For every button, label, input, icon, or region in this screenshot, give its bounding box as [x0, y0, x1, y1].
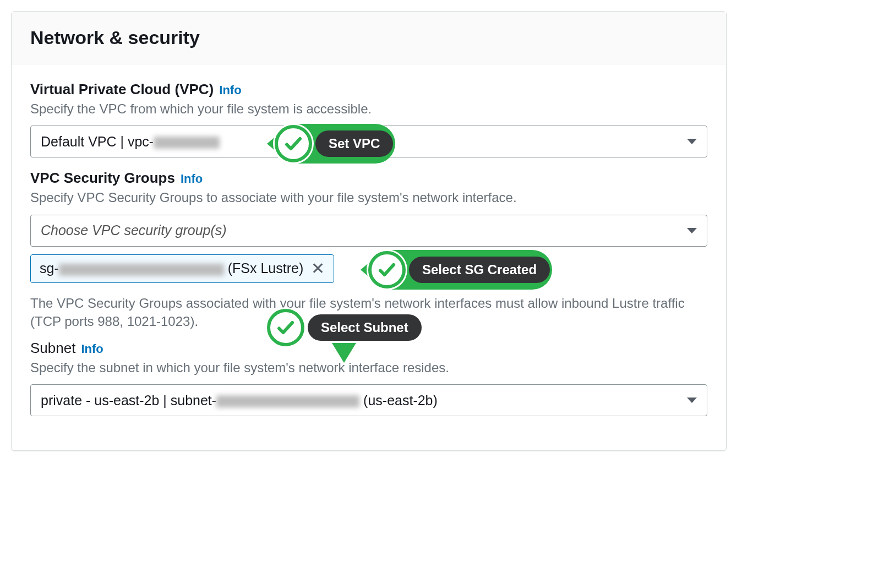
panel-body: Virtual Private Cloud (VPC) Info Specify… [12, 64, 726, 450]
network-security-panel: Network & security Virtual Private Cloud… [11, 11, 727, 451]
annotation-select-sg: Select SG Created [361, 250, 552, 290]
vpc-desc: Specify the VPC from which your file sys… [30, 100, 707, 118]
check-icon [368, 251, 406, 288]
sg-id-redacted: xxxxxxxxxxxxxxxx [59, 264, 224, 276]
subnet-select-value: private - us-east-2b | subnet-xxxxxxxxxx… [41, 393, 438, 409]
panel-header: Network & security [12, 12, 726, 64]
vpc-field: Virtual Private Cloud (VPC) Info Specify… [30, 81, 707, 157]
vpc-info-link[interactable]: Info [219, 83, 241, 97]
chevron-down-icon [687, 139, 697, 144]
subnet-field: Select Subnet Subnet Info Specify the su… [30, 340, 707, 416]
vpc-id-redacted: xxxx [154, 137, 220, 149]
vpc-select[interactable]: Default VPC | vpc-xxxx [30, 126, 707, 157]
subnet-desc: Specify the subnet in which your file sy… [30, 359, 707, 377]
sg-field: VPC Security Groups Info Specify VPC Sec… [30, 170, 707, 331]
sg-desc: Specify VPC Security Groups to associate… [30, 189, 707, 206]
sg-info-link[interactable]: Info [181, 172, 203, 186]
subnet-info-link[interactable]: Info [81, 342, 103, 356]
panel-title: Network & security [30, 27, 707, 48]
close-icon[interactable]: ✕ [311, 260, 325, 277]
sg-label: VPC Security Groups [30, 170, 175, 187]
vpc-label: Virtual Private Cloud (VPC) [30, 81, 214, 98]
chevron-down-icon [687, 228, 697, 233]
sg-help-text: The VPC Security Groups associated with … [30, 294, 707, 331]
sg-select-placeholder: Choose VPC security group(s) [41, 222, 227, 238]
chevron-down-icon [687, 398, 697, 403]
sg-token-text: sg-xxxxxxxxxxxxxxxx (FSx Lustre) [40, 260, 303, 276]
sg-select[interactable]: Choose VPC security group(s) [30, 215, 707, 247]
subnet-select[interactable]: private - us-east-2b | subnet-xxxxxxxxxx… [30, 384, 707, 416]
annotation-select-sg-label: Select SG Created [409, 257, 550, 283]
subnet-id-redacted: xxxxxxxxxxxxx [216, 395, 359, 407]
sg-token: sg-xxxxxxxxxxxxxxxx (FSx Lustre) ✕ [30, 254, 334, 283]
vpc-select-value: Default VPC | vpc-xxxx [41, 134, 220, 150]
subnet-label: Subnet [30, 340, 75, 357]
